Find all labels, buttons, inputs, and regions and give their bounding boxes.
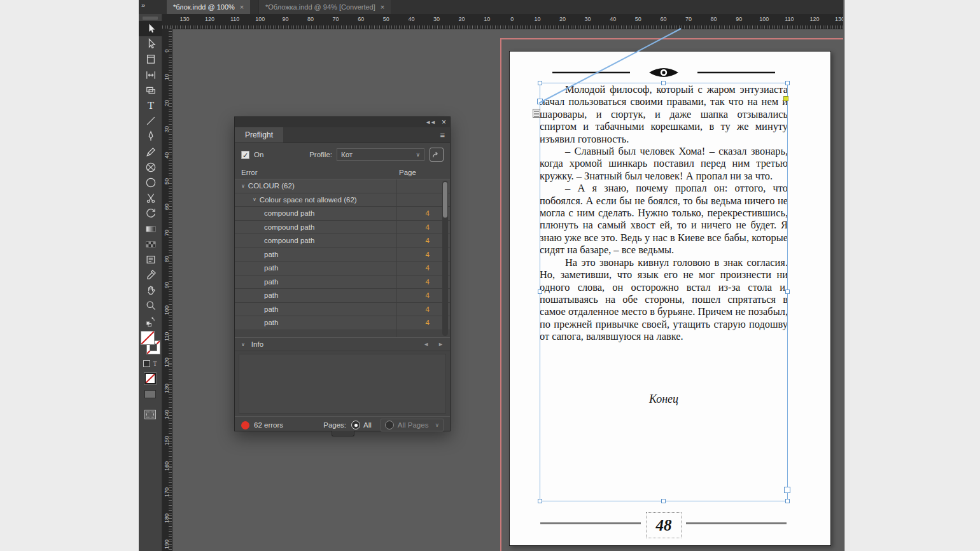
corner-edit-handle[interactable]	[783, 96, 788, 101]
default-fill-stroke-icon[interactable]	[139, 314, 162, 329]
frame-handle[interactable]	[661, 81, 666, 85]
frame-handle[interactable]	[538, 81, 542, 85]
eyedropper-tool[interactable]	[139, 267, 162, 282]
apply-none-button[interactable]	[144, 372, 157, 385]
direct-selection-tool[interactable]	[139, 36, 162, 52]
info-section-header[interactable]: ∨ Info ◄ ►	[235, 337, 450, 351]
tab-blok-indd[interactable]: *блок.indd @ 100% ×	[167, 0, 250, 14]
line-tool[interactable]	[139, 113, 162, 129]
error-label: compound path	[264, 209, 314, 217]
scrollbar[interactable]	[442, 181, 448, 336]
bleed-guide-vertical	[500, 38, 501, 551]
error-row[interactable]: path4	[235, 248, 450, 262]
error-row[interactable]: path4	[235, 289, 450, 303]
error-count: 62 errors	[254, 421, 283, 429]
error-page-number[interactable]: 4	[426, 251, 430, 258]
gap-tool[interactable]	[139, 67, 162, 83]
screen-mode-button[interactable]	[144, 410, 156, 419]
scissors-tool[interactable]	[139, 190, 162, 206]
note-tool[interactable]	[139, 252, 162, 267]
error-list[interactable]: ∨COLOUR (62)∨Colour space not allowed (6…	[235, 179, 450, 337]
panel-resize-notch[interactable]	[332, 431, 354, 436]
apply-gradient-button[interactable]	[144, 390, 156, 398]
fill-stroke-swatches[interactable]	[139, 329, 162, 358]
frame-handle[interactable]	[661, 499, 666, 503]
on-checkbox[interactable]: ✓	[241, 151, 249, 159]
on-label: On	[254, 151, 263, 158]
error-page-number[interactable]: 4	[426, 237, 430, 244]
selection-tool[interactable]	[139, 21, 162, 36]
error-row[interactable]: path4	[235, 303, 450, 317]
panel-titlebar[interactable]: ◄◄ ×	[235, 117, 450, 127]
frame-handle[interactable]	[538, 289, 542, 294]
text-frame-out-port[interactable]	[784, 487, 790, 493]
error-page-number[interactable]: 4	[426, 264, 430, 272]
error-row[interactable]: path4	[235, 276, 450, 289]
chevron-down-icon[interactable]: ∨	[253, 197, 256, 202]
gradient-feather-tool[interactable]	[139, 237, 162, 252]
fill-swatch-none[interactable]	[141, 331, 155, 345]
page-number-frame[interactable]: 48	[646, 512, 682, 538]
all-pages-dropdown[interactable]: All Pages ∨	[381, 419, 444, 431]
error-page-number[interactable]: 4	[426, 223, 430, 231]
pencil-tool[interactable]	[139, 144, 162, 160]
chevron-down-icon[interactable]: ∨	[241, 183, 245, 189]
ellipse-tool[interactable]	[139, 175, 162, 190]
formatting-affects-text-icon[interactable]: T	[153, 360, 157, 367]
frame-handle[interactable]	[785, 289, 790, 294]
error-row[interactable]: compound path4	[235, 221, 450, 235]
frame-handle[interactable]	[538, 499, 542, 503]
hand-tool[interactable]	[139, 282, 162, 298]
profile-dropdown[interactable]: Кот ∨	[337, 148, 424, 161]
ruler-label: 120	[809, 16, 819, 22]
formatting-affects-container-icon[interactable]	[143, 360, 150, 367]
error-row[interactable]: compound path4	[235, 207, 450, 221]
ruler-label: 0	[510, 16, 514, 22]
close-panel-icon[interactable]: ×	[442, 118, 446, 127]
vertical-ruler[interactable]: 1001020304050607080901001101201301401501…	[162, 29, 172, 551]
close-tab-icon[interactable]: ×	[381, 4, 384, 11]
radio-all-label: All	[363, 421, 372, 429]
scrollbar-thumb[interactable]	[443, 182, 447, 218]
error-row[interactable]: compound path4	[235, 234, 450, 248]
ellipse-frame-tool[interactable]	[139, 160, 162, 175]
pen-tool[interactable]	[139, 129, 162, 144]
embed-profile-icon[interactable]	[430, 148, 444, 162]
error-row[interactable]: path4	[235, 262, 450, 276]
frame-handle[interactable]	[785, 499, 790, 503]
chevron-down-icon[interactable]: ∨	[241, 342, 245, 347]
text-frame-in-port[interactable]	[537, 99, 543, 104]
radio-all-pages[interactable]	[385, 421, 394, 429]
text-frame[interactable]	[540, 83, 788, 501]
error-page-number[interactable]: 4	[426, 305, 430, 313]
tab-preflight[interactable]: Preflight	[235, 127, 283, 143]
close-tab-icon[interactable]: ×	[240, 4, 244, 11]
expand-dock-icon[interactable]: »	[141, 1, 144, 9]
horizontal-ruler[interactable]: 1301201101009080706050403020100102030405…	[162, 14, 843, 29]
error-page-number[interactable]: 4	[426, 278, 430, 286]
error-page-number[interactable]: 4	[426, 291, 430, 299]
error-row[interactable]: ∨COLOUR (62)	[235, 179, 450, 193]
type-tool[interactable]: T	[139, 98, 162, 113]
error-row[interactable]: ∨Colour space not allowed (62)	[235, 193, 450, 207]
toolbar-grip[interactable]	[143, 17, 158, 20]
formatting-affects-toggles[interactable]: T	[139, 358, 162, 370]
error-page-number[interactable]: 4	[426, 209, 430, 217]
free-transform-tool[interactable]	[139, 206, 162, 221]
tab-oblozhka-indd[interactable]: *Обложка.indd @ 94% [Converted] ×	[258, 0, 391, 14]
error-status-dot	[241, 421, 249, 429]
page-tool[interactable]	[139, 52, 162, 67]
zoom-tool[interactable]	[139, 298, 162, 313]
content-collector-tool[interactable]	[139, 83, 162, 98]
panel-menu-icon[interactable]: ≡	[440, 130, 445, 140]
preflight-panel: ◄◄ × Preflight ≡ ✓ On Profile: Кот ∨ Err…	[234, 116, 451, 431]
error-row[interactable]: path4	[235, 316, 450, 330]
frame-handle[interactable]	[785, 81, 790, 85]
gradient-swatch-tool[interactable]	[139, 221, 162, 236]
radio-all[interactable]	[351, 421, 360, 429]
collapse-panel-icon[interactable]: ◄◄	[425, 119, 435, 125]
next-error-icon[interactable]: ►	[438, 341, 444, 347]
prev-error-icon[interactable]: ◄	[423, 341, 429, 347]
error-page-number[interactable]: 4	[426, 319, 430, 326]
chevron-down-icon: ∨	[435, 422, 439, 428]
